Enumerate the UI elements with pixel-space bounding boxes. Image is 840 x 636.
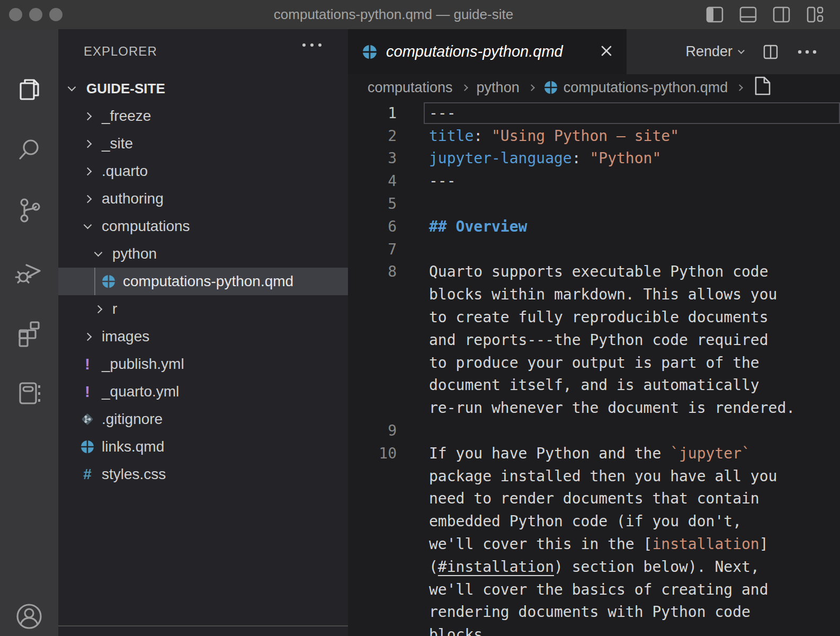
code-line[interactable]: re-run whenever the document is rendered…	[348, 396, 840, 419]
panel-bottom-icon	[739, 5, 757, 24]
chevron-down-icon	[738, 47, 745, 54]
chevron-down-icon	[79, 225, 95, 228]
tree-item--gitignore[interactable]: .gitignore	[58, 405, 348, 433]
line-number: 6	[348, 218, 401, 235]
more-actions-button[interactable]	[798, 49, 817, 55]
sidebar-right-icon	[772, 5, 791, 24]
code-line[interactable]: blocks.	[348, 623, 840, 636]
code-line[interactable]: 5	[348, 192, 840, 215]
code-line[interactable]: document itself, and is automatically	[348, 374, 840, 397]
code-line[interactable]: 8Quarto supports executable Python code	[348, 261, 840, 284]
activity-source-control-button[interactable]	[0, 195, 58, 226]
tree-item--publish-yml[interactable]: !_publish.yml	[58, 350, 348, 378]
chevron-down-icon	[68, 83, 76, 91]
code-text: to produce your output is part of the	[429, 354, 759, 372]
yaml-icon: !	[79, 383, 95, 401]
render-label: Render	[685, 43, 732, 60]
render-button[interactable]: Render	[685, 43, 744, 60]
code-line[interactable]: 4---	[348, 170, 840, 192]
split-editor-icon	[763, 44, 779, 60]
code-text: ---	[429, 172, 456, 190]
tree-item-styles-css[interactable]: #styles.css	[58, 461, 348, 488]
tree-item-computations-python-qmd[interactable]: computations-python.qmd	[58, 268, 348, 295]
activity-extensions-button[interactable]	[0, 317, 58, 349]
tree-item-python[interactable]: python	[58, 240, 348, 268]
code-line[interactable]: 6## Overview	[348, 215, 840, 238]
tree-item--freeze[interactable]: _freeze	[58, 102, 348, 130]
code-line[interactable]: embedded Python code (if you don't,	[348, 510, 840, 533]
code-text: (#installation) section below). Next,	[429, 558, 759, 576]
code-line[interactable]: rendering documents with Python code	[348, 601, 840, 624]
tree-item--quarto-yml[interactable]: !_quarto.yml	[58, 378, 348, 405]
zoom-window-button[interactable]	[49, 8, 62, 21]
tree-item-label: links.qmd	[102, 438, 164, 455]
code-line[interactable]: package installed then you have all you	[348, 465, 840, 488]
minimize-window-button[interactable]	[29, 8, 42, 21]
editor-group: computations-python.qmd Render computati…	[348, 29, 840, 636]
chevron-right-icon	[461, 84, 468, 91]
breadcrumb-label: computations	[368, 80, 453, 96]
code-line[interactable]: 3jupyter-language: "Python"	[348, 147, 840, 170]
explorer-actions-button[interactable]	[301, 42, 323, 50]
tree-item-label: _freeze	[102, 108, 151, 125]
tree-item-computations[interactable]: computations	[58, 213, 348, 240]
git-icon	[79, 411, 95, 427]
code-line[interactable]: 9	[348, 419, 840, 442]
quarto-icon	[101, 274, 116, 289]
chevron-down-icon	[90, 253, 106, 255]
code-text: to create fully reproducible documents	[429, 308, 768, 326]
tree-item-label: images	[102, 328, 149, 345]
code-line[interactable]: and reports---the Python code required	[348, 329, 840, 351]
code-line[interactable]: blocks within markdown. This allows you	[348, 283, 840, 306]
line-number: 5	[348, 195, 401, 213]
tree-item-images[interactable]: images	[58, 323, 348, 350]
code-line[interactable]: 1---	[348, 102, 840, 125]
code-line[interactable]: 7	[348, 238, 840, 261]
code-line[interactable]: 2title: "Using Python — site"	[348, 125, 840, 147]
code-text: Quarto supports executable Python code	[429, 263, 768, 280]
activity-account-button[interactable]	[0, 600, 58, 632]
breadcrumb-item-computations-python-qmd[interactable]: computations-python.qmd	[543, 80, 728, 96]
current-line-highlight	[424, 102, 840, 124]
breadcrumb-item-computations[interactable]: computations	[368, 80, 453, 96]
outline-section-header[interactable]: OUTLINE	[58, 629, 348, 636]
code-line[interactable]: 10If you have Python and the `jupyter`	[348, 442, 840, 465]
breadcrumb-label: computations-python.qmd	[564, 80, 728, 96]
tab-computations-python[interactable]: computations-python.qmd	[348, 29, 627, 74]
code-line[interactable]: we'll cover this in the [installation]	[348, 533, 840, 555]
customize-layout-button[interactable]	[806, 5, 824, 24]
toggle-primary-sidebar-button[interactable]	[705, 5, 724, 24]
tree-item-label: computations-python.qmd	[123, 273, 293, 290]
yaml-icon: !	[85, 383, 90, 401]
activity-explorer-button[interactable]	[0, 75, 58, 107]
tree-item--quarto[interactable]: .quarto	[58, 157, 348, 185]
tab-close-button[interactable]	[598, 42, 615, 61]
toggle-panel-button[interactable]	[739, 5, 757, 24]
activity-search-button[interactable]	[0, 134, 58, 166]
activity-notebook-button[interactable]	[0, 377, 58, 409]
tree-item-label: _publish.yml	[102, 356, 184, 373]
split-editor-button[interactable]	[763, 44, 779, 60]
code-line[interactable]: to produce your output is part of the	[348, 351, 840, 374]
code-text: package installed then you have all you	[429, 467, 777, 485]
tree-item-links-qmd[interactable]: links.qmd	[58, 433, 348, 461]
tree-item-authoring[interactable]: authoring	[58, 185, 348, 213]
toggle-secondary-sidebar-button[interactable]	[772, 5, 791, 24]
breadcrumb-item-python[interactable]: python	[477, 80, 520, 96]
code-line[interactable]: we'll cover the basics of creating and	[348, 578, 840, 601]
explorer-sidebar: EXPLORER GUIDE-SITE _freeze_site.quartoa…	[58, 29, 348, 636]
code-line[interactable]: need to render documents that contain	[348, 488, 840, 510]
layout-grid-icon	[806, 5, 824, 24]
quarto-icon	[79, 439, 95, 454]
close-window-button[interactable]	[9, 8, 22, 21]
code-line[interactable]: to create fully reproducible documents	[348, 306, 840, 329]
layout-controls	[705, 5, 824, 24]
tree-item-r[interactable]: r	[58, 295, 348, 323]
editor-actions: Render	[685, 43, 840, 60]
activity-run-debug-button[interactable]	[0, 255, 58, 287]
tree-item--site[interactable]: _site	[58, 130, 348, 157]
code-line[interactable]: (#installation) section below). Next,	[348, 555, 840, 578]
code-editor[interactable]: 1---2title: "Using Python — site"3jupyte…	[348, 102, 840, 636]
tree-root-guide-site[interactable]: GUIDE-SITE	[58, 75, 348, 102]
chevron-right-icon	[90, 306, 106, 312]
